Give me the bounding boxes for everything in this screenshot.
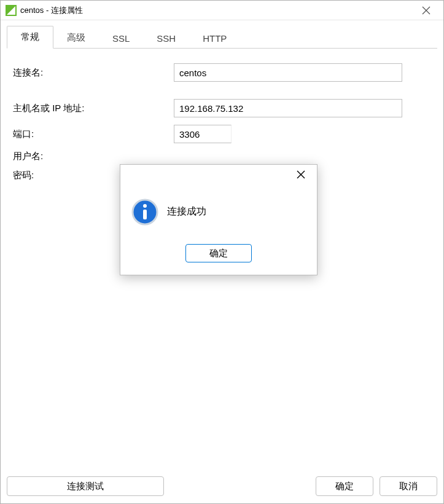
svg-point-7 — [143, 204, 147, 208]
cancel-button[interactable]: 取消 — [380, 476, 437, 496]
dialog-ok-button[interactable]: 确定 — [185, 244, 252, 262]
dialog-message: 连接成功 — [167, 205, 206, 218]
tabs-bar: 常规 高级 SSL SSH HTTP — [7, 28, 437, 49]
dialog-body: 连接成功 — [120, 184, 317, 244]
dialog-close-button[interactable] — [289, 165, 313, 184]
row-host: 主机名或 IP 地址: — [13, 99, 432, 117]
close-button[interactable] — [414, 1, 438, 20]
tab-advanced[interactable]: 高级 — [53, 27, 99, 49]
port-input[interactable] — [174, 125, 232, 143]
connection-name-input[interactable] — [174, 63, 402, 82]
titlebar: centos - 连接属性 — [1, 1, 443, 20]
bottom-bar: 连接测试 确定 取消 — [1, 470, 443, 503]
tab-general[interactable]: 常规 — [7, 26, 53, 49]
test-connection-button[interactable]: 连接测试 — [7, 476, 164, 496]
tab-ssh[interactable]: SSH — [143, 28, 189, 49]
dialog-footer: 确定 — [120, 244, 317, 275]
info-icon — [131, 199, 158, 226]
message-dialog: 连接成功 确定 — [120, 164, 317, 275]
host-label: 主机名或 IP 地址: — [13, 103, 174, 114]
connection-name-label: 连接名: — [13, 67, 174, 79]
window-title: centos - 连接属性 — [20, 5, 414, 16]
host-input[interactable] — [174, 99, 402, 117]
row-connection-name: 连接名: — [13, 63, 432, 82]
dialog-titlebar — [120, 165, 317, 184]
row-port: 端口: — [13, 125, 432, 143]
port-label: 端口: — [13, 128, 174, 140]
tab-ssl[interactable]: SSL — [99, 28, 143, 49]
ok-button[interactable]: 确定 — [316, 476, 373, 496]
row-username: 用户名: — [13, 151, 432, 162]
tab-http[interactable]: HTTP — [189, 28, 240, 49]
svg-rect-8 — [143, 210, 147, 219]
username-label: 用户名: — [13, 151, 174, 162]
app-icon — [6, 5, 17, 16]
